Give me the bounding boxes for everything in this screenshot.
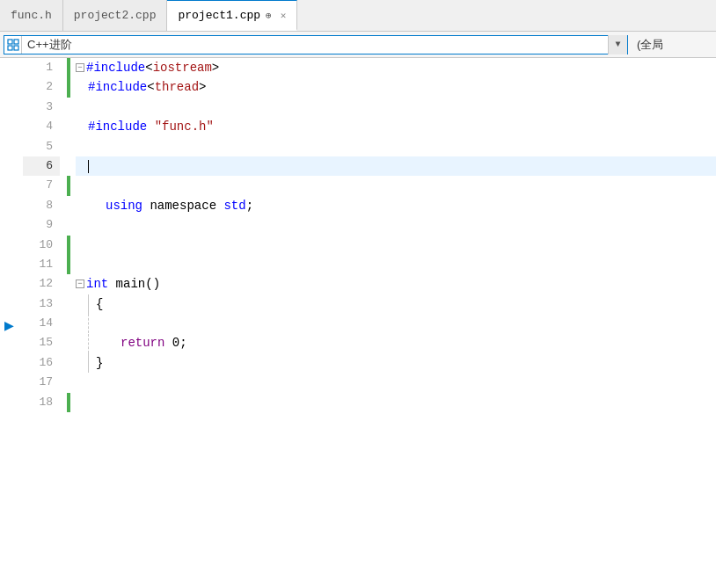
tab-project2-cpp-label: project2.cpp bbox=[74, 9, 157, 22]
code-line-16: } bbox=[76, 353, 716, 373]
code-8-std: std bbox=[223, 196, 245, 215]
code-8-ns: namespace bbox=[142, 196, 223, 215]
code-line-7 bbox=[76, 176, 716, 195]
editor-area: ▶ 1 2 3 4 5 6 7 8 9 10 11 12 13 14 15 16… bbox=[0, 58, 716, 588]
bookmark-gutter: ▶ bbox=[0, 58, 23, 588]
text-cursor bbox=[88, 160, 89, 173]
code-line-18 bbox=[76, 393, 716, 412]
code-12-main: main() bbox=[108, 274, 160, 294]
code-13-brace: { bbox=[96, 294, 103, 314]
code-16-brace: } bbox=[96, 353, 103, 373]
toolbar-row: C++进阶 ▼ (全局 bbox=[0, 32, 716, 58]
code-4-funch: "func.h" bbox=[155, 117, 214, 136]
code-line-2: #include<thread> bbox=[76, 77, 716, 97]
code-4-include: #include bbox=[88, 117, 147, 136]
global-label: (全局 bbox=[632, 37, 669, 53]
line-num-1: 1 bbox=[23, 58, 60, 77]
code-line-9 bbox=[76, 215, 716, 235]
code-15-val: 0; bbox=[164, 333, 186, 352]
code-line-3 bbox=[76, 98, 716, 117]
line-num-8: 8 bbox=[23, 196, 60, 215]
scope-dropdown-button[interactable]: ▼ bbox=[608, 35, 627, 54]
code-15-return: return bbox=[121, 333, 164, 352]
code-12-int: int bbox=[86, 274, 108, 294]
svg-rect-0 bbox=[8, 40, 12, 44]
line-numbers: 1 2 3 4 5 6 7 8 9 10 11 12 13 14 15 16 1… bbox=[23, 58, 67, 588]
editor-window: func.h project2.cpp project1.cpp ⊕ ✕ C++… bbox=[0, 0, 716, 588]
code-8-semi: ; bbox=[246, 196, 253, 215]
green-bar-18 bbox=[67, 393, 70, 412]
code-line-14 bbox=[76, 314, 716, 333]
line-num-7: 7 bbox=[23, 176, 60, 195]
collapse-btn-12[interactable]: − bbox=[76, 279, 84, 288]
code-line-15: return 0; bbox=[76, 333, 716, 352]
code-1-include: #include bbox=[86, 58, 145, 77]
dropdown-arrow-icon: ▼ bbox=[615, 40, 620, 49]
code-1-lt: < bbox=[145, 58, 152, 77]
code-line-13: { bbox=[76, 294, 716, 314]
code-1-iostream: iostream bbox=[153, 58, 212, 77]
line-num-6: 6 bbox=[23, 156, 60, 176]
code-line-10 bbox=[76, 236, 716, 255]
line-num-5: 5 bbox=[23, 137, 60, 156]
code-line-5 bbox=[76, 137, 716, 156]
code-2-gt: > bbox=[199, 77, 206, 97]
scope-text: C++进阶 bbox=[22, 37, 608, 53]
line-num-12: 12 bbox=[23, 274, 60, 294]
code-2-lt: < bbox=[147, 77, 154, 97]
line-num-11: 11 bbox=[23, 255, 60, 274]
code-line-11 bbox=[76, 255, 716, 274]
code-line-17 bbox=[76, 373, 716, 392]
svg-rect-3 bbox=[14, 46, 18, 50]
line-num-3: 3 bbox=[23, 98, 60, 117]
line-num-10: 10 bbox=[23, 236, 60, 255]
pin-icon: ⊕ bbox=[266, 10, 272, 21]
code-line-1: − #include<iostream> bbox=[76, 58, 716, 77]
tab-bar: func.h project2.cpp project1.cpp ⊕ ✕ bbox=[0, 0, 716, 32]
line-num-15: 15 bbox=[23, 333, 60, 352]
line-num-4: 4 bbox=[23, 117, 60, 136]
scope-selector[interactable]: C++进阶 ▼ bbox=[4, 35, 628, 54]
line-num-17: 17 bbox=[23, 373, 60, 392]
svg-rect-2 bbox=[8, 46, 12, 50]
code-line-4: #include "func.h" bbox=[76, 117, 716, 136]
collapse-btn-1[interactable]: − bbox=[76, 63, 84, 72]
tab-project2-cpp[interactable]: project2.cpp bbox=[63, 0, 168, 31]
line-num-18: 18 bbox=[23, 393, 60, 412]
code-line-6 bbox=[76, 156, 716, 176]
code-line-8: using namespace std; bbox=[76, 196, 716, 215]
close-icon[interactable]: ✕ bbox=[281, 10, 287, 21]
tab-func-h-label: func.h bbox=[11, 9, 52, 22]
scope-icon bbox=[4, 36, 22, 54]
tab-func-h[interactable]: func.h bbox=[0, 0, 63, 31]
line-num-2: 2 bbox=[23, 77, 60, 97]
code-1-gt: > bbox=[212, 58, 219, 77]
line-num-13: 13 bbox=[23, 294, 60, 314]
line-num-9: 9 bbox=[23, 215, 60, 235]
code-8-using: using bbox=[106, 196, 142, 215]
code-2-include: #include bbox=[88, 77, 147, 97]
code-2-thread: thread bbox=[155, 77, 199, 97]
bookmark-icon: ▶ bbox=[4, 316, 14, 335]
green-bar-7 bbox=[67, 176, 70, 195]
code-area[interactable]: − #include<iostream> #include<thread> #i… bbox=[72, 58, 716, 588]
line-num-14: 14 bbox=[23, 314, 60, 333]
tab-project1-cpp[interactable]: project1.cpp ⊕ ✕ bbox=[167, 0, 297, 31]
code-line-12: − int main() bbox=[76, 274, 716, 294]
code-4-space bbox=[147, 117, 154, 136]
green-bar-10-11 bbox=[67, 236, 70, 275]
svg-rect-1 bbox=[14, 40, 18, 44]
green-bar-1-2 bbox=[67, 58, 70, 98]
line-num-16: 16 bbox=[23, 353, 60, 373]
tab-project1-cpp-label: project1.cpp bbox=[178, 9, 260, 22]
